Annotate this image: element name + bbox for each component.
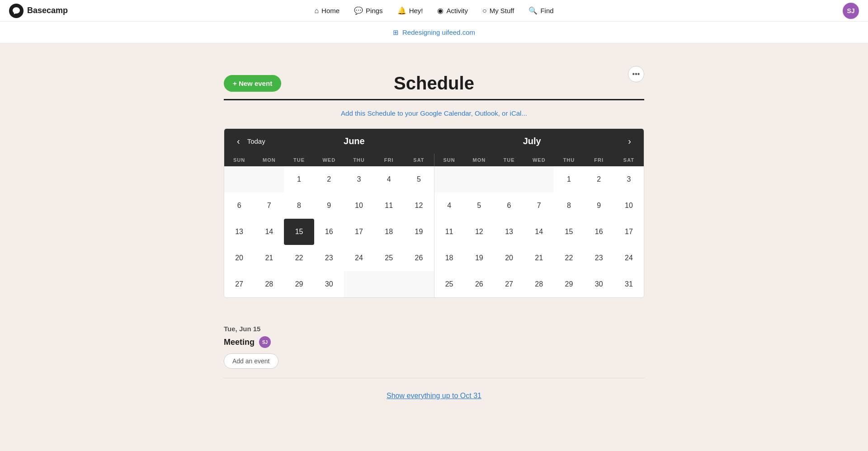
avatar[interactable]: SJ — [843, 3, 859, 19]
date-cell[interactable]: 13 — [494, 219, 524, 245]
date-cell[interactable]: 30 — [584, 271, 614, 297]
date-cell[interactable]: 20 — [224, 245, 254, 271]
date-cell[interactable]: 2 — [584, 166, 614, 193]
date-cell[interactable]: 2 — [314, 166, 344, 193]
date-cell[interactable]: 9 — [584, 193, 614, 219]
cal-prev-button[interactable]: ‹ — [233, 134, 244, 148]
date-cell — [404, 271, 434, 297]
date-cell — [464, 166, 494, 193]
top-nav: Basecamp ⌂ Home 💬 Pings 🔔 Hey! ◉ Activit… — [0, 0, 868, 22]
date-cell[interactable]: 24 — [614, 245, 644, 271]
date-cell[interactable]: 5 — [464, 193, 494, 219]
date-cell[interactable]: 24 — [344, 245, 374, 271]
date-cell[interactable]: 1 — [554, 166, 584, 193]
date-cell[interactable]: 25 — [434, 271, 464, 297]
pings-icon: 💬 — [354, 6, 363, 15]
date-cell[interactable]: 16 — [584, 219, 614, 245]
date-cell[interactable]: 28 — [524, 271, 554, 297]
date-cell[interactable]: 10 — [614, 193, 644, 219]
date-cell[interactable]: 3 — [614, 166, 644, 193]
add-event-button[interactable]: Add an event — [224, 353, 278, 369]
nav-find[interactable]: 🔍 Find — [528, 6, 553, 15]
date-cell[interactable]: 15 — [284, 219, 314, 245]
date-cell[interactable]: 12 — [404, 193, 434, 219]
nav-home[interactable]: ⌂ Home — [314, 7, 340, 15]
date-cell[interactable]: 18 — [374, 219, 404, 245]
date-cell[interactable]: 19 — [464, 245, 494, 271]
date-cell[interactable]: 7 — [524, 193, 554, 219]
find-icon: 🔍 — [528, 6, 538, 15]
date-cell[interactable]: 14 — [254, 219, 284, 245]
date-cell[interactable]: 20 — [494, 245, 524, 271]
show-all-anchor[interactable]: Show everything up to Oct 31 — [387, 392, 481, 399]
home-icon: ⌂ — [314, 7, 319, 15]
dow-cell: TUE — [284, 154, 314, 166]
date-cell[interactable]: 21 — [254, 245, 284, 271]
date-cell[interactable]: 4 — [374, 166, 404, 193]
date-cell[interactable]: 8 — [284, 193, 314, 219]
date-cell[interactable]: 22 — [554, 245, 584, 271]
project-link[interactable]: ⊞ Redesigning uifeed.com — [393, 28, 475, 37]
date-cell[interactable]: 21 — [524, 245, 554, 271]
date-cell[interactable]: 5 — [404, 166, 434, 193]
date-cell[interactable]: 9 — [314, 193, 344, 219]
date-cell[interactable]: 18 — [434, 245, 464, 271]
date-cell[interactable]: 19 — [404, 219, 434, 245]
date-cell[interactable]: 23 — [314, 245, 344, 271]
date-cell[interactable]: 23 — [584, 245, 614, 271]
date-cell[interactable]: 11 — [434, 219, 464, 245]
date-cell[interactable]: 17 — [344, 219, 374, 245]
dow-cell: THU — [554, 154, 584, 166]
date-cell — [254, 166, 284, 193]
main-content: ••• + New event Schedule Add this Schedu… — [215, 52, 653, 413]
schedule-header: + New event Schedule — [224, 73, 644, 94]
date-cell[interactable]: 29 — [554, 271, 584, 297]
date-cell[interactable]: 10 — [344, 193, 374, 219]
cal-next-button[interactable]: › — [624, 134, 635, 148]
date-cell[interactable]: 6 — [494, 193, 524, 219]
nav-activity[interactable]: ◉ Activity — [437, 6, 468, 15]
calendar-subscribe-anchor[interactable]: Add this Schedule to your Google Calenda… — [341, 109, 527, 117]
date-cell[interactable]: 25 — [374, 245, 404, 271]
date-cell[interactable]: 16 — [314, 219, 344, 245]
dow-cell: FRI — [584, 154, 614, 166]
date-cell[interactable]: 27 — [494, 271, 524, 297]
title-divider — [224, 99, 644, 100]
logo[interactable]: Basecamp — [9, 4, 68, 18]
project-bar: ⊞ Redesigning uifeed.com — [0, 22, 868, 43]
nav-mystuff[interactable]: ○ My Stuff — [482, 7, 514, 15]
date-cell[interactable]: 30 — [314, 271, 344, 297]
date-cell[interactable]: 3 — [344, 166, 374, 193]
july-dow-header: SUNMONTUEWEDTHUFRISAT — [434, 154, 644, 166]
nav-hey[interactable]: 🔔 Hey! — [397, 6, 423, 15]
date-cell[interactable]: 8 — [554, 193, 584, 219]
date-cell[interactable]: 22 — [284, 245, 314, 271]
date-cell[interactable]: 1 — [284, 166, 314, 193]
date-cell — [344, 271, 374, 297]
activity-icon: ◉ — [437, 6, 443, 15]
dow-cell: SUN — [434, 154, 464, 166]
date-cell[interactable]: 15 — [554, 219, 584, 245]
date-cell[interactable]: 17 — [614, 219, 644, 245]
new-event-button[interactable]: + New event — [224, 75, 281, 92]
date-cell[interactable]: 14 — [524, 219, 554, 245]
date-cell[interactable]: 31 — [614, 271, 644, 297]
month2-title: July — [443, 136, 621, 146]
date-cell[interactable]: 26 — [464, 271, 494, 297]
date-cell[interactable]: 4 — [434, 193, 464, 219]
date-cell[interactable]: 12 — [464, 219, 494, 245]
date-cell — [524, 166, 554, 193]
date-cell[interactable]: 6 — [224, 193, 254, 219]
date-cell[interactable]: 26 — [404, 245, 434, 271]
date-cell[interactable]: 29 — [284, 271, 314, 297]
nav-pings[interactable]: 💬 Pings — [354, 6, 383, 15]
dow-cell: TUE — [494, 154, 524, 166]
date-cell[interactable]: 13 — [224, 219, 254, 245]
dow-cell: FRI — [374, 154, 404, 166]
date-cell[interactable]: 7 — [254, 193, 284, 219]
event-section: Tue, Jun 15 Meeting SJ Add an event — [224, 316, 644, 378]
date-cell[interactable]: 27 — [224, 271, 254, 297]
date-cell[interactable]: 11 — [374, 193, 404, 219]
date-cell[interactable]: 28 — [254, 271, 284, 297]
today-button[interactable]: Today — [247, 137, 265, 145]
